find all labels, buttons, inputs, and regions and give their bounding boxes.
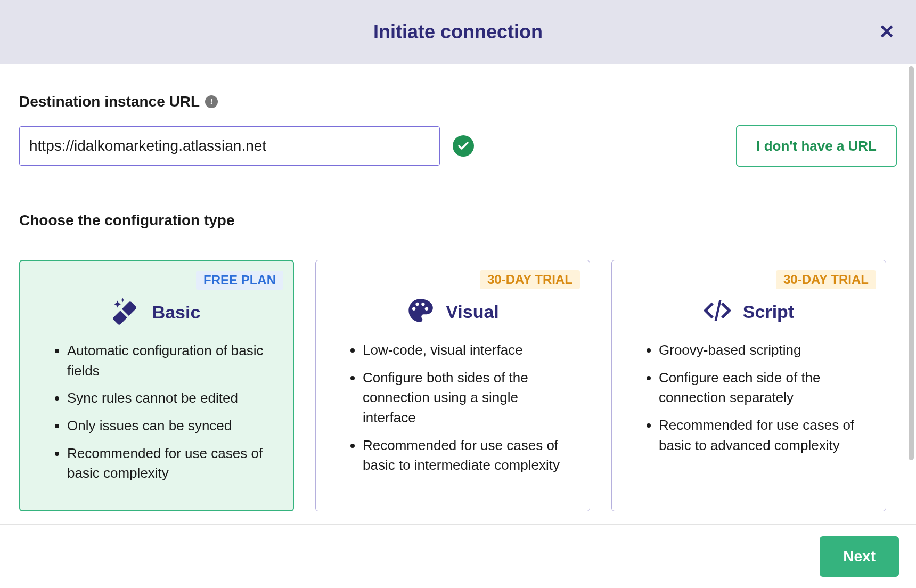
close-icon: ✕ [879, 21, 895, 43]
list-item: Recommended for use cases of basic compl… [67, 444, 273, 484]
card-list-visual: Low-code, visual interface Configure bot… [331, 340, 575, 476]
list-item: Recommended for use cases of basic to ad… [659, 415, 865, 455]
no-url-button[interactable]: I don't have a URL [736, 125, 897, 167]
list-item: Configure both sides of the connection u… [363, 368, 569, 428]
palette-icon [406, 297, 434, 326]
scrollbar[interactable] [909, 66, 914, 460]
url-valid-icon [453, 135, 474, 157]
config-card-visual[interactable]: 30-DAY TRIAL Visual Low-code, visual int… [315, 260, 590, 511]
modal-title: Initiate connection [373, 21, 543, 43]
plan-badge-free: FREE PLAN [196, 271, 283, 290]
card-list-basic: Automatic configuration of basic fields … [35, 341, 278, 484]
list-item: Low-code, visual interface [363, 340, 569, 361]
plan-badge-trial: 30-DAY TRIAL [776, 270, 876, 289]
list-item: Recommended for use cases of basic to in… [363, 436, 569, 476]
url-section-label: Destination instance URL ! [19, 93, 897, 110]
info-icon[interactable]: ! [205, 95, 218, 108]
modal-footer: Next [0, 524, 916, 588]
list-item: Automatic configuration of basic fields [67, 341, 273, 381]
url-input-row: I don't have a URL [19, 125, 897, 167]
list-item: Sync rules cannot be edited [67, 388, 273, 409]
magic-wand-icon [113, 297, 141, 327]
list-item: Groovy-based scripting [659, 340, 865, 361]
card-list-script: Groovy-based scripting Configure each si… [627, 340, 871, 455]
card-header-visual: Visual [331, 297, 575, 326]
card-title-visual: Visual [446, 301, 499, 322]
card-header-script: Script [627, 297, 871, 326]
destination-url-input[interactable] [19, 126, 440, 166]
code-icon [704, 297, 731, 326]
config-card-script[interactable]: 30-DAY TRIAL Script Groovy-based scripti… [611, 260, 886, 511]
config-type-label: Choose the configuration type [19, 212, 897, 229]
close-button[interactable]: ✕ [879, 21, 895, 43]
card-header-basic: Basic [35, 297, 278, 327]
modal-body: Destination instance URL ! I don't have … [0, 64, 916, 524]
list-item: Only issues can be synced [67, 416, 273, 436]
config-card-basic[interactable]: FREE PLAN Basic Automatic configuration … [19, 260, 294, 511]
list-item: Configure each side of the connection se… [659, 368, 865, 408]
url-label-text: Destination instance URL [19, 93, 200, 110]
config-cards-row: FREE PLAN Basic Automatic configuration … [19, 260, 897, 511]
modal-header: Initiate connection ✕ [0, 0, 916, 64]
next-button[interactable]: Next [820, 536, 899, 577]
plan-badge-trial: 30-DAY TRIAL [480, 270, 580, 289]
card-title-basic: Basic [152, 302, 201, 323]
card-title-script: Script [743, 301, 794, 322]
